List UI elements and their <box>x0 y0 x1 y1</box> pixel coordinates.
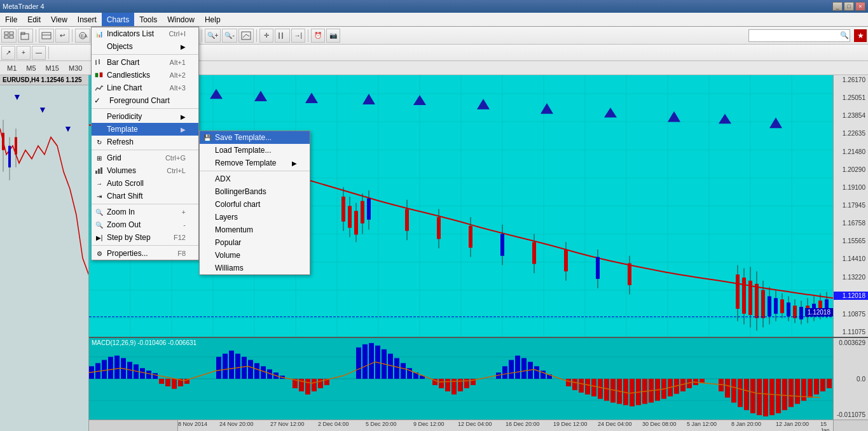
svg-rect-251 <box>757 379 762 415</box>
tf-m15[interactable]: M15 <box>41 63 64 73</box>
menu-williams[interactable]: Williams <box>200 262 310 274</box>
menu-bar-chart[interactable]: Bar Chart Alt+1 <box>92 56 198 69</box>
menu-remove-template[interactable]: Remove Template ▶ <box>200 157 310 169</box>
menu-adx[interactable]: ADX <box>200 173 310 185</box>
undo-btn[interactable]: ↩ <box>55 29 69 43</box>
svg-rect-2 <box>4 36 8 38</box>
svg-rect-96 <box>361 201 364 223</box>
grid-label: Grid <box>107 153 121 162</box>
menu-tools[interactable]: Tools <box>134 13 162 26</box>
date-10: 24 Dec 04:00 <box>598 421 632 427</box>
menu-auto-scroll[interactable]: → Auto Scroll <box>92 177 198 190</box>
title-bar: MetaTrader 4 _ □ × <box>0 0 868 13</box>
menu-window[interactable]: Window <box>162 13 200 26</box>
bar-chart-icon <box>94 57 104 67</box>
svg-rect-181 <box>229 351 234 379</box>
scroll-btn[interactable]: →| <box>291 29 305 43</box>
indicators-icon: 📊 <box>94 29 104 39</box>
menu-refresh[interactable]: ↻ Refresh <box>92 136 198 148</box>
menu-template[interactable]: Template ▶ <box>92 123 198 136</box>
svg-rect-180 <box>223 354 228 379</box>
time-btn[interactable]: ⏰ <box>311 29 325 43</box>
menu-load-template[interactable]: Load Template... <box>200 144 310 157</box>
svg-rect-182 <box>235 354 240 379</box>
chart-shift-label: Chart Shift <box>107 192 143 201</box>
zoom-in-icon: 🔍 <box>94 207 104 217</box>
menu-objects[interactable]: Objects ▶ <box>92 40 198 53</box>
menu-properties[interactable]: ⚙ Properties... F8 <box>92 247 198 260</box>
periodicity-label: Periodicity <box>107 112 142 121</box>
star-btn[interactable]: ★ <box>854 29 867 42</box>
menu-edit[interactable]: Edit <box>22 13 46 26</box>
macd-top: 0.003629 <box>834 339 868 346</box>
fit-btn[interactable] <box>238 29 254 43</box>
svg-rect-247 <box>731 379 736 402</box>
svg-rect-118 <box>742 278 746 314</box>
cursor-btn[interactable]: ↗ <box>1 46 15 60</box>
line-chart-icon <box>94 83 104 93</box>
expert-advisor-btn[interactable]: EA <box>75 29 90 43</box>
new-chart-btn[interactable] <box>1 29 17 43</box>
zoom-in-btn[interactable]: 🔍+ <box>205 29 221 43</box>
zoom-in-shortcut: + <box>182 208 186 216</box>
grid-shortcut: Ctrl+G <box>165 154 186 162</box>
menu-colorful-chart[interactable]: Colorful chart <box>200 198 310 211</box>
macd-label: MACD(12,26,9) -0.010406 -0.006631 <box>92 339 196 346</box>
symbol-text: EURUSD,H4 1.12546 1.125 <box>3 76 82 83</box>
period-sep-btn[interactable] <box>275 29 290 43</box>
svg-rect-226 <box>585 379 590 395</box>
menu-volume[interactable]: Volume <box>200 249 310 262</box>
screenshot-btn[interactable]: 📷 <box>326 29 340 43</box>
menu-candlesticks[interactable]: Candlesticks Alt+2 <box>92 69 198 81</box>
svg-rect-112 <box>596 257 600 279</box>
menu-volumes[interactable]: Volumes Ctrl+L <box>92 164 198 177</box>
search-icon[interactable]: 🔍 <box>840 31 849 39</box>
price-7: 1.19100 <box>834 184 868 191</box>
tf-m30[interactable]: M30 <box>64 63 86 73</box>
crosshair2-btn[interactable]: + <box>17 46 31 60</box>
svg-rect-257 <box>795 379 800 404</box>
current-price-label: 1.12018 <box>805 308 833 316</box>
menu-layers[interactable]: Layers <box>200 211 310 223</box>
search-input[interactable] <box>748 29 850 42</box>
menu-charts[interactable]: Charts <box>102 13 134 26</box>
menu-bollinger[interactable]: BollingerBands <box>200 185 310 198</box>
open-btn[interactable] <box>18 29 33 43</box>
crosshair-btn[interactable]: ✛ <box>259 29 273 43</box>
menu-zoom-out[interactable]: 🔍 Zoom Out - <box>92 218 198 231</box>
svg-rect-212 <box>464 379 469 388</box>
hline-btn[interactable]: — <box>32 46 46 60</box>
maximize-button[interactable]: □ <box>844 2 854 11</box>
menu-indicators-list[interactable]: 📊 Indicators List Ctrl+I <box>92 27 198 40</box>
date-3: 27 Nov 12:00 <box>270 421 305 427</box>
menu-zoom-in[interactable]: 🔍 Zoom In + <box>92 206 198 218</box>
refresh-label: Refresh <box>107 138 134 146</box>
menu-step-by-step[interactable]: ▶| Step by Step F12 <box>92 231 198 244</box>
close-button[interactable]: × <box>855 2 865 11</box>
price-1: 1.26170 <box>834 76 868 83</box>
menu-foreground-chart[interactable]: ✓ Foreground Chart <box>92 94 198 107</box>
menu-momentum[interactable]: Momentum <box>200 223 310 236</box>
menu-help[interactable]: Help <box>200 13 226 26</box>
minimize-button[interactable]: _ <box>832 2 843 11</box>
menu-periodicity[interactable]: Periodicity ▶ <box>92 110 198 123</box>
svg-rect-120 <box>748 281 752 315</box>
menu-view[interactable]: View <box>46 13 72 26</box>
menu-save-template[interactable]: 💾 Save Template... <box>200 131 310 144</box>
save-template-label: Save Template... <box>215 133 272 142</box>
svg-rect-196 <box>356 348 361 379</box>
svg-rect-186 <box>261 366 266 379</box>
menu-file[interactable]: File <box>0 13 22 26</box>
svg-rect-6 <box>42 32 51 39</box>
menu-chart-shift[interactable]: ⇥ Chart Shift <box>92 190 198 202</box>
menu-insert[interactable]: Insert <box>72 13 102 26</box>
svg-rect-134 <box>793 306 797 318</box>
date-axis-row: 8 Nov 2014 24 Nov 20:00 27 Nov 12:00 2 D… <box>89 420 868 431</box>
profiles-btn[interactable] <box>39 29 54 43</box>
menu-popular[interactable]: Popular <box>200 236 310 249</box>
tf-m1[interactable]: M1 <box>3 63 21 73</box>
menu-line-chart[interactable]: Line Chart Alt+3 <box>92 81 198 94</box>
zoom-out-btn[interactable]: 🔍- <box>222 29 237 43</box>
menu-grid[interactable]: ⊞ Grid Ctrl+G <box>92 152 198 164</box>
tf-m5[interactable]: M5 <box>22 63 40 73</box>
